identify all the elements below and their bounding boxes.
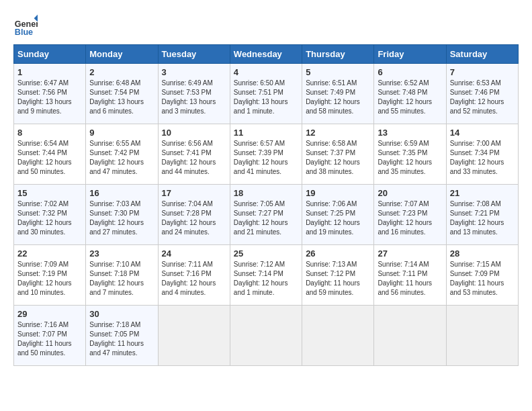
calendar-day-cell <box>230 306 302 366</box>
logo-icon: General Blue <box>13 13 38 38</box>
weekday-header: Thursday <box>302 45 374 64</box>
calendar-table: SundayMondayTuesdayWednesdayThursdayFrid… <box>13 44 519 366</box>
logo: General Blue <box>13 13 38 38</box>
calendar-day-cell: 4Sunrise: 6:50 AMSunset: 7:51 PMDaylight… <box>230 64 302 124</box>
day-number: 7 <box>450 67 515 77</box>
calendar-day-cell: 23Sunrise: 7:10 AMSunset: 7:18 PMDayligh… <box>86 245 158 306</box>
day-number: 26 <box>306 248 370 259</box>
calendar-day-cell: 25Sunrise: 7:12 AMSunset: 7:14 PMDayligh… <box>230 245 302 306</box>
day-info: Sunrise: 6:55 AMSunset: 7:42 PMDaylight:… <box>89 139 154 177</box>
svg-text:Blue: Blue <box>15 28 33 37</box>
day-number: 19 <box>306 188 370 198</box>
day-number: 1 <box>17 67 82 77</box>
day-info: Sunrise: 7:05 AMSunset: 7:27 PMDaylight:… <box>234 199 298 237</box>
day-info: Sunrise: 6:51 AMSunset: 7:49 PMDaylight:… <box>306 79 370 116</box>
day-info: Sunrise: 7:02 AMSunset: 7:32 PMDaylight:… <box>17 199 82 237</box>
day-info: Sunrise: 6:50 AMSunset: 7:51 PMDaylight:… <box>234 79 298 116</box>
day-info: Sunrise: 7:16 AMSunset: 7:07 PMDaylight:… <box>17 320 82 358</box>
day-number: 29 <box>17 309 82 319</box>
day-info: Sunrise: 7:12 AMSunset: 7:14 PMDaylight:… <box>234 260 298 298</box>
calendar-day-cell: 15Sunrise: 7:02 AMSunset: 7:32 PMDayligh… <box>14 185 86 245</box>
calendar-week-row: 8Sunrise: 6:54 AMSunset: 7:44 PMDaylight… <box>14 124 519 185</box>
day-number: 3 <box>162 67 226 77</box>
day-info: Sunrise: 6:59 AMSunset: 7:35 PMDaylight:… <box>378 139 442 177</box>
calendar-day-cell: 5Sunrise: 6:51 AMSunset: 7:49 PMDaylight… <box>302 64 374 124</box>
weekday-header: Saturday <box>446 45 518 64</box>
day-info: Sunrise: 6:48 AMSunset: 7:54 PMDaylight:… <box>89 79 154 116</box>
calendar-day-cell: 6Sunrise: 6:52 AMSunset: 7:48 PMDaylight… <box>374 64 446 124</box>
day-number: 13 <box>378 128 442 138</box>
day-info: Sunrise: 7:18 AMSunset: 7:05 PMDaylight:… <box>89 320 154 358</box>
day-info: Sunrise: 7:00 AMSunset: 7:34 PMDaylight:… <box>450 139 515 177</box>
day-info: Sunrise: 7:15 AMSunset: 7:09 PMDaylight:… <box>450 260 515 298</box>
day-number: 20 <box>378 188 442 198</box>
weekday-header: Friday <box>374 45 446 64</box>
calendar-day-cell <box>158 306 230 366</box>
day-info: Sunrise: 7:11 AMSunset: 7:16 PMDaylight:… <box>162 260 226 298</box>
calendar-day-cell: 8Sunrise: 6:54 AMSunset: 7:44 PMDaylight… <box>14 124 86 185</box>
calendar-day-cell: 1Sunrise: 6:47 AMSunset: 7:56 PMDaylight… <box>14 64 86 124</box>
calendar-week-row: 15Sunrise: 7:02 AMSunset: 7:32 PMDayligh… <box>14 185 519 245</box>
day-info: Sunrise: 7:08 AMSunset: 7:21 PMDaylight:… <box>450 199 515 237</box>
day-info: Sunrise: 7:13 AMSunset: 7:12 PMDaylight:… <box>306 260 370 298</box>
calendar-day-cell: 30Sunrise: 7:18 AMSunset: 7:05 PMDayligh… <box>86 306 158 366</box>
day-number: 30 <box>89 309 154 319</box>
calendar-day-cell: 9Sunrise: 6:55 AMSunset: 7:42 PMDaylight… <box>86 124 158 185</box>
day-number: 28 <box>450 248 515 259</box>
day-number: 25 <box>234 248 298 259</box>
calendar-day-cell: 17Sunrise: 7:04 AMSunset: 7:28 PMDayligh… <box>158 185 230 245</box>
day-number: 15 <box>17 188 82 198</box>
calendar-day-cell: 22Sunrise: 7:09 AMSunset: 7:19 PMDayligh… <box>14 245 86 306</box>
day-info: Sunrise: 6:54 AMSunset: 7:44 PMDaylight:… <box>17 139 82 177</box>
calendar-header: SundayMondayTuesdayWednesdayThursdayFrid… <box>14 45 519 64</box>
calendar-day-cell: 18Sunrise: 7:05 AMSunset: 7:27 PMDayligh… <box>230 185 302 245</box>
day-info: Sunrise: 7:10 AMSunset: 7:18 PMDaylight:… <box>89 260 154 298</box>
day-info: Sunrise: 6:47 AMSunset: 7:56 PMDaylight:… <box>17 79 82 116</box>
calendar-day-cell: 10Sunrise: 6:56 AMSunset: 7:41 PMDayligh… <box>158 124 230 185</box>
day-number: 27 <box>378 248 442 259</box>
day-number: 16 <box>89 188 154 198</box>
calendar-day-cell: 11Sunrise: 6:57 AMSunset: 7:39 PMDayligh… <box>230 124 302 185</box>
calendar-day-cell: 24Sunrise: 7:11 AMSunset: 7:16 PMDayligh… <box>158 245 230 306</box>
calendar-day-cell <box>302 306 374 366</box>
day-number: 4 <box>234 67 298 77</box>
calendar-day-cell: 12Sunrise: 6:58 AMSunset: 7:37 PMDayligh… <box>302 124 374 185</box>
day-number: 21 <box>450 188 515 198</box>
calendar-day-cell: 19Sunrise: 7:06 AMSunset: 7:25 PMDayligh… <box>302 185 374 245</box>
calendar-day-cell: 13Sunrise: 6:59 AMSunset: 7:35 PMDayligh… <box>374 124 446 185</box>
calendar-week-row: 1Sunrise: 6:47 AMSunset: 7:56 PMDaylight… <box>14 64 519 124</box>
day-info: Sunrise: 7:07 AMSunset: 7:23 PMDaylight:… <box>378 199 442 237</box>
weekday-header: Wednesday <box>230 45 302 64</box>
calendar-day-cell: 20Sunrise: 7:07 AMSunset: 7:23 PMDayligh… <box>374 185 446 245</box>
page-header: General Blue <box>13 13 519 38</box>
calendar-body: 1Sunrise: 6:47 AMSunset: 7:56 PMDaylight… <box>14 64 519 366</box>
day-info: Sunrise: 7:09 AMSunset: 7:19 PMDaylight:… <box>17 260 82 298</box>
day-info: Sunrise: 7:03 AMSunset: 7:30 PMDaylight:… <box>89 199 154 237</box>
day-number: 5 <box>306 67 370 77</box>
calendar-day-cell: 26Sunrise: 7:13 AMSunset: 7:12 PMDayligh… <box>302 245 374 306</box>
day-info: Sunrise: 6:49 AMSunset: 7:53 PMDaylight:… <box>162 79 226 116</box>
calendar-day-cell: 21Sunrise: 7:08 AMSunset: 7:21 PMDayligh… <box>446 185 518 245</box>
day-info: Sunrise: 6:52 AMSunset: 7:48 PMDaylight:… <box>378 79 442 116</box>
day-number: 6 <box>378 67 442 77</box>
calendar-day-cell: 2Sunrise: 6:48 AMSunset: 7:54 PMDaylight… <box>86 64 158 124</box>
day-info: Sunrise: 6:58 AMSunset: 7:37 PMDaylight:… <box>306 139 370 177</box>
day-number: 10 <box>162 128 226 138</box>
calendar-day-cell: 7Sunrise: 6:53 AMSunset: 7:46 PMDaylight… <box>446 64 518 124</box>
calendar-day-cell <box>374 306 446 366</box>
day-number: 14 <box>450 128 515 138</box>
calendar-week-row: 22Sunrise: 7:09 AMSunset: 7:19 PMDayligh… <box>14 245 519 306</box>
day-info: Sunrise: 7:14 AMSunset: 7:11 PMDaylight:… <box>378 260 442 298</box>
day-number: 8 <box>17 128 82 138</box>
calendar-day-cell <box>446 306 518 366</box>
day-info: Sunrise: 6:56 AMSunset: 7:41 PMDaylight:… <box>162 139 226 177</box>
calendar-day-cell: 14Sunrise: 7:00 AMSunset: 7:34 PMDayligh… <box>446 124 518 185</box>
day-info: Sunrise: 7:06 AMSunset: 7:25 PMDaylight:… <box>306 199 370 237</box>
day-number: 18 <box>234 188 298 198</box>
calendar-day-cell: 29Sunrise: 7:16 AMSunset: 7:07 PMDayligh… <box>14 306 86 366</box>
day-info: Sunrise: 7:04 AMSunset: 7:28 PMDaylight:… <box>162 199 226 237</box>
calendar-week-row: 29Sunrise: 7:16 AMSunset: 7:07 PMDayligh… <box>14 306 519 366</box>
day-number: 23 <box>89 248 154 259</box>
day-number: 11 <box>234 128 298 138</box>
day-number: 17 <box>162 188 226 198</box>
